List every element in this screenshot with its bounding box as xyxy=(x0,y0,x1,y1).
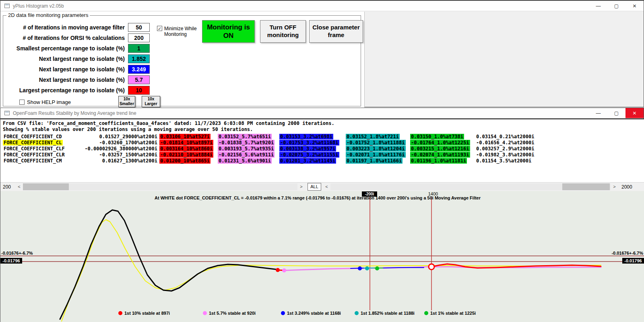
parameter-label: Largest percentage range to isolate (%) xyxy=(3,85,125,95)
coefficient-value-cell: 0.03152_1.8%at721i xyxy=(346,134,409,140)
parameter-value-input[interactable]: 10 xyxy=(128,86,150,95)
coefficient-value-cell: 0.01201_3.2%at1145i xyxy=(279,158,345,164)
parameter-label: # of Iterations for ORSI % calculations xyxy=(3,33,125,43)
parameter-label: Next largest range to isolate (%) xyxy=(3,54,125,64)
coefficient-value-cell: -0.02074_1.0%at1193i xyxy=(410,152,474,158)
parameter-value-input[interactable]: 1.852 xyxy=(128,54,150,63)
scroll-max-label: 2000 xyxy=(621,184,632,190)
iteration-scroll-row: 200 < > ALL < > 2000 xyxy=(0,182,644,191)
win2-title: OpenFoam Results Stability by Moving Ave… xyxy=(13,110,136,116)
chart-title: At WHITE dot FORCE_COEFFICIENT_CL = -0.0… xyxy=(155,195,481,200)
coefficient-value-cell: 0.003138_3.2%at957i xyxy=(279,146,345,152)
coefficient-value-cell: -0.02071_1.8%at1176i xyxy=(346,152,409,158)
coefficient-name[interactable]: FORCE_COEFFICIENT_CLF xyxy=(3,146,83,152)
legend-label: 1st 1% stable at 1225i xyxy=(430,311,476,316)
parameter-label: Smallest percentage range to isolate (%) xyxy=(3,44,125,53)
close-parameter-frame-button[interactable]: Close parameter frame xyxy=(309,20,363,43)
minimize-while-monitoring-checkbox[interactable]: ✓ Minimize While Monitoring xyxy=(157,26,202,37)
dot-1-852pct-stable xyxy=(365,266,369,270)
scrollbar2-thumb[interactable] xyxy=(562,183,610,190)
checkbox-check-icon[interactable]: ✓ xyxy=(157,26,162,31)
coefficient-name[interactable]: FORCE_COEFFICIENT_CLR xyxy=(3,152,83,158)
axis-lower-label-left: -0.01796 xyxy=(2,258,20,263)
minimize-button[interactable]: — xyxy=(589,1,607,11)
win1-titlebar[interactable]: yPlus Histogram v2.05b — ▢ ✕ xyxy=(0,1,644,11)
legend-dot-icon xyxy=(203,311,207,315)
axis-lower-label-right: -0.01796 xyxy=(624,258,642,263)
coefficient-value-cell: -0.03260_1700%at200i xyxy=(83,140,158,146)
coefficient-value-cell: 0.03153_3.2%at698i xyxy=(279,134,345,140)
coefficient-name[interactable]: FORCE_COEFFICIENT_CM xyxy=(3,158,83,164)
coefficient-name[interactable]: FORCE_COEFFICIENT_CL xyxy=(3,140,83,146)
win2-titlebar[interactable]: OpenFoam Results Stability by Moving Ave… xyxy=(0,108,644,118)
parameter-label: Next largest range to isolate (%) xyxy=(3,64,125,74)
scrollbar2-right-arrow[interactable]: > xyxy=(611,183,618,190)
coefficient-value-cell: 0.03152_5.7%at651i xyxy=(218,134,278,140)
coefficient-value-cell: 0.01196_1.0%at1181i xyxy=(410,158,474,164)
coefficient-value-cell: 0.01154_3.5%at2000i xyxy=(475,158,546,164)
checkbox-empty-icon[interactable] xyxy=(19,100,25,105)
coefficient-value-cell: 0.01231_5.6%at901i xyxy=(218,158,278,164)
dot-10pct-stable xyxy=(276,268,280,272)
scrollbar2-left-arrow[interactable]: < xyxy=(323,183,330,190)
win1-title: yPlus Histogram v2.05b xyxy=(13,3,64,9)
scrollbar1-track[interactable] xyxy=(23,183,297,190)
scrollbar1-left-arrow[interactable]: < xyxy=(16,183,23,190)
parameters-panel: 2D data file monitoring parameters # of … xyxy=(0,12,365,108)
app-window-icon xyxy=(4,4,10,8)
coefficient-value-cell: -0.01752_1.8%at1188i xyxy=(346,140,409,146)
show-all-button[interactable]: ALL xyxy=(308,183,321,191)
scrollbar2-track[interactable] xyxy=(330,183,611,190)
coefficient-value-cell: 0.03106_10%at527i xyxy=(159,134,217,140)
coefficient-row: FORCE_COEFFICIENT_CL-0.03260_1700%at200i… xyxy=(0,140,644,146)
legend-dot-icon xyxy=(355,311,359,315)
coefficient-value-cell: 0.01197_1.8%at1166i xyxy=(346,158,409,164)
parameter-label: Next largest range to isolate (%) xyxy=(3,75,125,85)
scale-10x-smaller-button[interactable]: 10x Smaller xyxy=(118,96,135,107)
axis-upper-label-right: -0.01676+-6.7% xyxy=(611,251,643,256)
app-window-icon xyxy=(4,111,10,115)
coefficient-row: FORCE_COEFFICIENT_CLR-0.03257_1500%at200… xyxy=(0,152,644,158)
monitoring-parameters-groupbox: 2D data file monitoring parameters # of … xyxy=(3,15,361,106)
parameter-value-input[interactable]: 3.249 xyxy=(128,65,150,74)
coefficient-value-cell: 0.01200_10%at865i xyxy=(159,158,217,164)
legend-dot-icon xyxy=(118,311,122,315)
coefficient-row: FORCE_COEFFICIENT_CLF-0.00002926_380000%… xyxy=(0,146,644,152)
parameter-value-input[interactable]: 5.7 xyxy=(128,75,150,84)
parameter-row: Next largest range to isolate (%)3.249 xyxy=(3,64,361,74)
scale-10x-larger-button[interactable]: 10x Larger xyxy=(142,96,160,107)
results-text-panel: From CSV file: 'Force_and_moment_coeffic… xyxy=(0,118,644,182)
scrollbar1-right-arrow[interactable]: > xyxy=(298,183,305,190)
chart-background[interactable] xyxy=(0,191,644,322)
openfoam-stability-window: OpenFoam Results Stability by Moving Ave… xyxy=(0,108,644,322)
coefficient-value-cell: 0.03154_0.21%at2000i xyxy=(475,134,546,140)
legend-label: 1st 3.249% stable at 1168i xyxy=(287,311,341,316)
dot-1pct-stable xyxy=(375,266,379,270)
coefficient-value-cell: 0.03150_1.0%at738i xyxy=(410,134,474,140)
parameter-value-input[interactable]: 1 xyxy=(128,44,150,53)
parameter-row: Smallest percentage range to isolate (%)… xyxy=(3,44,361,53)
parameter-value-input[interactable]: 200 xyxy=(128,33,150,42)
coefficient-name[interactable]: FORCE_COEFFICIENT_CD xyxy=(3,134,83,140)
legend-label: 1st 1.852% stable at 1188i xyxy=(361,311,415,316)
trend-chart[interactable]: -200i1400At WHITE dot FORCE_COEFFICIENT_… xyxy=(0,191,644,322)
show-help-image-checkbox[interactable]: Show HELP image xyxy=(19,99,71,105)
coefficient-value-cell: 0.003164_10%at860i xyxy=(159,146,217,152)
minimize-button[interactable]: — xyxy=(589,108,607,118)
coefficient-value-cell: -0.01764_1.0%at1225i xyxy=(410,140,474,146)
coefficient-value-cell: -0.01656_4.2%at2000i xyxy=(475,140,546,146)
scrollbar1-thumb[interactable] xyxy=(23,183,69,190)
maximize-button[interactable]: ▢ xyxy=(607,108,625,118)
coefficient-value-cell: 0.01527_29000%at200i xyxy=(83,134,158,140)
parameter-value-input[interactable]: 50 xyxy=(128,23,150,32)
maximize-button[interactable]: ▢ xyxy=(607,1,625,11)
legend-dot-icon xyxy=(424,311,428,315)
scroll-min-label: 200 xyxy=(3,184,11,190)
turn-off-monitoring-button[interactable]: Turn OFF monitoring xyxy=(260,20,306,43)
parameter-label: # of Iterations in moving average filter xyxy=(3,23,125,32)
close-button[interactable]: ✕ xyxy=(625,108,644,118)
show-help-label: Show HELP image xyxy=(27,99,71,105)
close-button[interactable]: ✕ xyxy=(625,1,644,11)
monitoring-status-button[interactable]: Monitoring is ON xyxy=(202,20,255,43)
coefficient-value-cell: 0.01627_1300%at200i xyxy=(83,158,158,164)
